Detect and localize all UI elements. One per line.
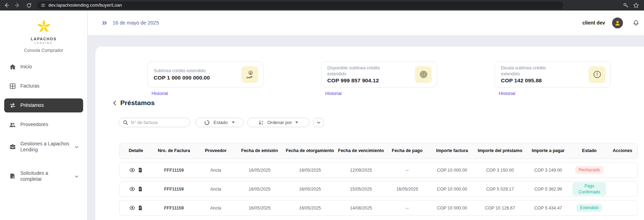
invoice-search[interactable] [119,118,190,127]
home-icon [9,64,16,70]
browser-back-icon[interactable] [1,0,11,10]
chevron-down-icon [74,174,79,179]
invoice-amount: COP 10 000.00 [429,206,475,211]
coins-icon: $ [415,66,432,83]
historial-link[interactable]: Historial [152,91,168,96]
more-filters-button[interactable] [313,118,324,127]
section-heading: Préstamos [112,99,155,107]
column-header: Fecha de emisión [236,149,283,153]
view-details-eye-icon[interactable] [129,187,135,191]
detail-cell [120,205,152,211]
sidebar-item-label: Facturas [20,83,39,89]
ordenar-filter[interactable]: AZ Ordenar por [247,118,309,127]
loan-amount: COP 5 029.17 [475,187,525,192]
browser-forward-icon[interactable] [13,0,22,10]
invoice-number: FFF11159 [152,187,196,192]
grid-icon [9,83,16,90]
notifications-bell-icon[interactable] [633,20,639,26]
table-rows: FFF11159 Ancla 16/05/2025 16/05/2025 12/… [119,162,638,216]
url-bar[interactable]: dev.lapachoslending.com/buyer/Loan [37,1,563,9]
ordenar-filter-label: Ordenar por [267,120,292,125]
sidebar-item-label: Préstamos [20,102,44,109]
estado-filter[interactable]: Estado [195,118,244,127]
column-header: Importe a pagar [525,149,571,153]
search-input[interactable] [131,120,186,125]
sidebar-item-facturas[interactable]: Facturas [4,79,83,93]
console-label: Consola Comprador [0,48,87,53]
header-date: 16 de mayo de 2025 [113,20,159,26]
chevron-down-icon [74,145,79,149]
status-badge: Pago Confirmado [572,182,606,195]
issue-date: 16/05/2025 [236,187,283,192]
due-date: 15/05/2025 [337,187,385,192]
sidebar-nav: Inicio Facturas Préstamos Proveedores Ge… [0,53,87,186]
swap-icon [9,102,16,109]
briefcase-icon [9,144,16,150]
invoice-number: FFF11159 [152,168,196,173]
browser-reload-icon[interactable] [24,0,34,10]
debt-card: Deuda sublínea crédito extendido COP 142… [495,61,611,88]
detail-cell [120,186,152,192]
sidebar-expand-icon[interactable] [102,20,108,26]
invoice-document-icon[interactable] [138,167,142,173]
search-icon [123,120,128,125]
status-circle-icon [204,120,209,125]
column-header: Acciones [608,149,637,153]
column-header: Importe factura [429,149,475,153]
sort-icon: AZ [259,120,264,125]
table-header-row: DetalleNro. de FacturaProveedorFecha de … [119,143,638,159]
historial-link[interactable]: Historial [325,91,342,96]
password-key-icon[interactable] [623,2,629,8]
sidebar-item-proveedores[interactable]: Proveedores [4,118,83,132]
estado-filter-label: Estado [214,120,228,125]
site-settings-icon[interactable] [41,3,46,8]
lapachos-flower-icon [36,18,52,36]
view-details-eye-icon[interactable] [129,168,135,172]
sidebar-item-solicitudes[interactable]: Solicitudes a completar [4,166,83,186]
sidebar-item-gestiones[interactable]: Gestiones a Lapachos Lending [4,137,83,157]
loan-amount: COP 3 150.00 [475,168,525,173]
sidebar-item-prestamos[interactable]: Préstamos [4,98,83,112]
sidebar-item-label: Proveedores [20,122,48,128]
grant-date: 16/05/2025 [283,168,337,173]
loans-table: DetalleNro. de FacturaProveedorFecha de … [119,143,638,216]
invoice-document-icon[interactable] [138,186,142,192]
available-credit-card: Disponible sublínea crédito extendido CO… [321,61,437,88]
user-avatar[interactable] [612,18,623,28]
payment-date: -- [385,206,429,211]
column-header: Fecha de pago [385,149,429,153]
svg-text:A: A [262,120,263,123]
hand-money-icon: $ [241,66,258,83]
page-title: Préstamos [120,99,155,107]
loan-amount: COP 10 126.67 [475,206,525,211]
credit-line-card-block: Sublínea crédito extendido COP 1 000 000… [147,61,263,96]
grant-date: 16/05/2025 [283,206,337,211]
table-row: FFF11159 Ancla 16/05/2025 16/05/2025 15/… [119,181,638,197]
view-details-eye-icon[interactable] [129,206,135,210]
url-text: dev.lapachoslending.com/buyer/Loan [48,3,122,8]
alert-octagon-icon [589,66,605,83]
caret-down-icon [232,122,235,123]
logo-title: LAPACHOS [31,37,57,41]
status-cell: Pago Confirmado [571,182,608,195]
detail-cell [120,167,152,173]
filter-bar: Estado AZ Ordenar por [119,118,324,127]
credit-line-card: Sublínea crédito extendido COP 1 000 000… [147,61,263,88]
sidebar: LAPACHOS LENDING Consola Comprador Inici… [0,11,88,220]
card-label: Deuda sublínea crédito extendido [501,65,561,77]
back-chevron-icon[interactable] [112,100,117,106]
column-header: Nro. de Factura [152,149,196,153]
historial-link[interactable]: Historial [499,91,515,96]
card-value: COP 999 857 904.12 [327,77,387,84]
bookmark-star-icon[interactable] [633,2,639,8]
invoice-document-icon[interactable] [138,205,142,211]
payable-amount: COP 3 249.00 [525,168,571,173]
doc-check-icon [9,173,16,180]
sidebar-item-inicio[interactable]: Inicio [4,60,83,74]
app-header: 16 de mayo de 2025 client dev [88,11,644,35]
provider-name: Ancla [196,168,236,173]
column-header: Detalle [120,149,152,153]
sidebar-item-label: Solicitudes a completar [20,170,59,183]
summary-cards-row: Sublínea crédito extendido COP 1 000 000… [147,61,611,96]
status-badge: Rechazado [575,166,604,174]
